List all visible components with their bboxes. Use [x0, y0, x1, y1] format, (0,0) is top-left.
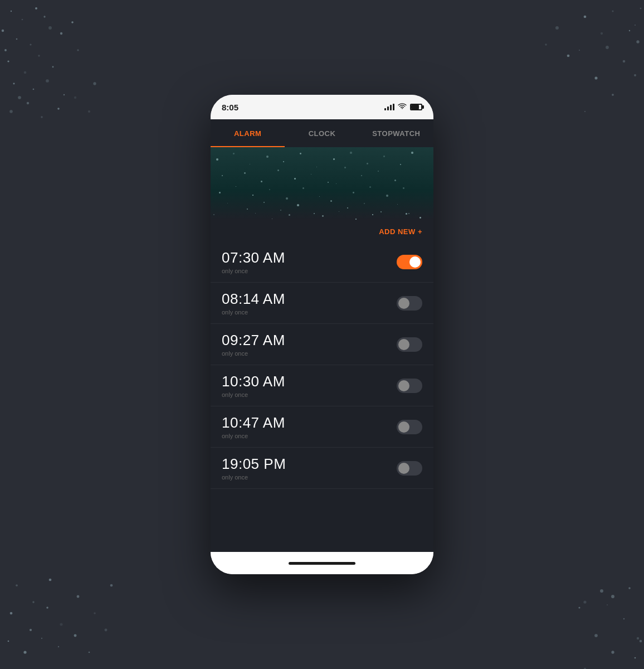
alarm-label: only once	[222, 433, 285, 439]
alarm-item[interactable]: 08:14 AMonly once	[211, 283, 433, 324]
alarm-toggle[interactable]	[397, 337, 422, 352]
alarm-label: only once	[222, 350, 285, 357]
status-time: 8:05	[222, 103, 238, 112]
tab-bar: ALARM CLOCK STOPWATCH	[211, 119, 433, 147]
alarm-toggle[interactable]	[397, 420, 422, 434]
alarm-toggle[interactable]	[397, 255, 422, 269]
phone-frame: 8:05 ALARM	[211, 95, 433, 574]
wifi-icon	[398, 103, 407, 112]
alarm-time: 10:47 AM	[222, 414, 285, 432]
alarm-item[interactable]: 07:30 AMonly once	[211, 241, 433, 283]
bottom-bar	[211, 552, 433, 574]
alarm-item[interactable]: 10:47 AMonly once	[211, 406, 433, 448]
alarm-item[interactable]: 19:05 PMonly once	[211, 448, 433, 489]
alarm-toggle[interactable]	[397, 379, 422, 393]
alarm-banner	[211, 147, 433, 220]
alarm-toggle[interactable]	[397, 296, 422, 311]
alarm-list: 07:30 AMonly once08:14 AMonly once09:27 …	[211, 241, 433, 552]
alarm-time: 07:30 AM	[222, 249, 285, 266]
alarm-label: only once	[222, 309, 285, 316]
status-bar: 8:05	[211, 95, 433, 119]
alarm-item[interactable]: 09:27 AMonly once	[211, 324, 433, 365]
tab-alarm[interactable]: ALARM	[211, 119, 285, 147]
add-new-button[interactable]: ADD NEW +	[211, 220, 433, 241]
alarm-time: 10:30 AM	[222, 373, 285, 390]
home-indicator	[289, 562, 355, 565]
alarm-toggle[interactable]	[397, 461, 422, 476]
alarm-time: 19:05 PM	[222, 455, 286, 473]
battery-icon	[410, 104, 422, 110]
alarm-item[interactable]: 10:30 AMonly once	[211, 365, 433, 406]
alarm-time: 08:14 AM	[222, 290, 285, 308]
alarm-label: only once	[222, 474, 286, 481]
signal-icon	[384, 104, 394, 110]
tab-stopwatch[interactable]: STOPWATCH	[359, 119, 433, 147]
alarm-label: only once	[222, 268, 285, 274]
alarm-label: only once	[222, 391, 285, 398]
status-icons	[384, 103, 422, 112]
alarm-container: ADD NEW + 07:30 AMonly once08:14 AMonly …	[211, 220, 433, 552]
tab-clock[interactable]: CLOCK	[285, 119, 359, 147]
alarm-time: 09:27 AM	[222, 332, 285, 349]
